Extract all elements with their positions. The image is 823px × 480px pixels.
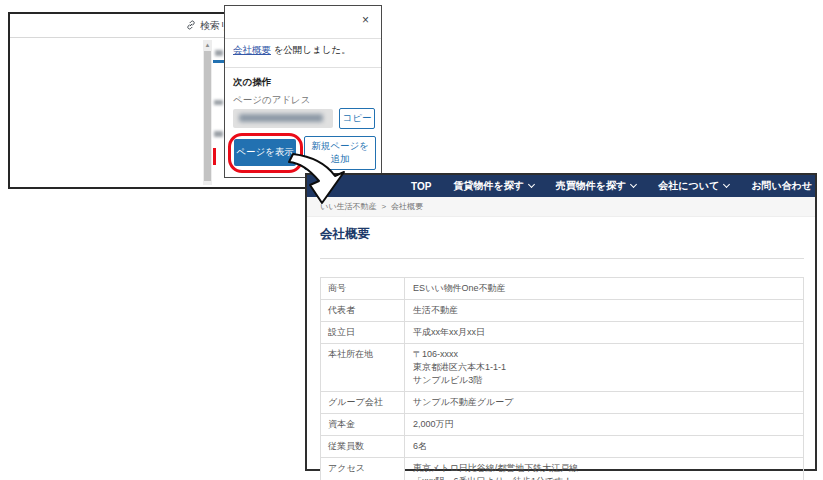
page-address-label: ページのアドレス [233, 94, 311, 107]
copy-button[interactable]: コピー [339, 108, 375, 129]
screenshot-root: 検索リ ▲ × 会社概要 を公開しました。 次の操作 ページのアドレス コピー … [0, 0, 823, 480]
table-row: アクセス東京メトロ日比谷線/都営地下鉄大江戸線 「xxx駅」6番出口より、徒歩1… [321, 458, 804, 480]
row-label: 代表者 [321, 300, 405, 322]
publish-notice-text: を公開しました。 [271, 44, 351, 55]
obscured-ui-fragment [214, 131, 223, 137]
blurred-url-text [239, 114, 323, 122]
divider [225, 67, 381, 68]
nav-item-4[interactable]: お問い合わせ [751, 179, 812, 193]
row-value: 〒106-xxxx 東京都港区六本木1-1-1 サンプルビル3階 [405, 344, 804, 392]
breadcrumb-separator: > [381, 202, 386, 211]
scrollbar[interactable]: ▲ [203, 40, 212, 185]
nav-item-label: TOP [411, 181, 431, 192]
publish-notice: 会社概要 を公開しました。 [233, 44, 351, 57]
nav-item-label: 売買物件を探す [556, 179, 626, 193]
breadcrumb-current: 会社概要 [391, 201, 423, 212]
divider [225, 38, 381, 39]
divider [320, 258, 804, 259]
obscured-red-highlight [213, 148, 216, 165]
nav-item-3[interactable]: 会社について [658, 179, 729, 193]
page-title: 会社概要 [320, 226, 370, 243]
table-row: 本社所在地〒106-xxxx 東京都港区六本木1-1-1 サンプルビル3階 [321, 344, 804, 392]
add-new-page-button[interactable]: 新規ページを追加 [304, 136, 376, 170]
up-arrow-icon[interactable]: ▲ [203, 40, 212, 50]
row-label: アクセス [321, 458, 405, 480]
row-value: 東京メトロ日比谷線/都営地下鉄大江戸線 「xxx駅」6番出口より、徒歩1分です！ [405, 458, 804, 480]
nav-item-2[interactable]: 売買物件を探す [556, 179, 636, 193]
next-steps-title: 次の操作 [233, 76, 271, 89]
site-preview-window: TOP賃貸物件を探す売買物件を探す会社についてお問い合わせ いい生活不動産 > … [305, 173, 817, 471]
table-row: 商号ESいい物件One不動産 [321, 278, 804, 300]
obscured-ui-fragment [214, 100, 223, 105]
row-value: 生活不動産 [405, 300, 804, 322]
obscured-tab-underline [213, 60, 224, 63]
nav-item-label: お問い合わせ [751, 179, 812, 193]
row-label: 本社所在地 [321, 344, 405, 392]
row-label: 資本金 [321, 414, 405, 436]
table-row: 従業員数6名 [321, 436, 804, 458]
nav-item-1[interactable]: 賃貸物件を探す [453, 179, 533, 193]
nav-item-0[interactable]: TOP [411, 181, 431, 192]
row-label: 商号 [321, 278, 405, 300]
chevron-down-icon [528, 181, 535, 188]
nav-item-label: 賃貸物件を探す [453, 179, 523, 193]
link-icon [186, 20, 196, 32]
row-label: 設立日 [321, 322, 405, 344]
view-page-button[interactable]: ページを表示 [234, 139, 296, 166]
table-row: グループ会社サンプル不動産グループ [321, 392, 804, 414]
row-label: グループ会社 [321, 392, 405, 414]
published-page-link[interactable]: 会社概要 [233, 44, 271, 55]
obscured-ui-fragment [215, 50, 223, 56]
breadcrumb-home-link[interactable]: いい生活不動産 [320, 201, 376, 212]
chevron-down-icon [630, 181, 637, 188]
row-value: 6名 [405, 436, 804, 458]
row-value: 平成xx年xx月xx日 [405, 322, 804, 344]
nav-item-label: 会社について [658, 179, 719, 193]
breadcrumb: いい生活不動産 > 会社概要 [307, 197, 815, 217]
close-icon[interactable]: × [362, 14, 369, 26]
row-value: 2,000万円 [405, 414, 804, 436]
scrollbar-thumb[interactable] [204, 51, 211, 181]
table-row: 設立日平成xx年xx月xx日 [321, 322, 804, 344]
page-url-field[interactable] [233, 109, 333, 128]
table-row: 代表者生活不動産 [321, 300, 804, 322]
publish-panel: × 会社概要 を公開しました。 次の操作 ページのアドレス コピー ページを表示… [224, 5, 382, 178]
row-value: サンプル不動産グループ [405, 392, 804, 414]
row-label: 従業員数 [321, 436, 405, 458]
company-info-table: 商号ESいい物件One不動産代表者生活不動産設立日平成xx年xx月xx日本社所在… [320, 277, 804, 480]
table-row: 資本金2,000万円 [321, 414, 804, 436]
row-value: ESいい物件One不動産 [405, 278, 804, 300]
chevron-down-icon [723, 181, 730, 188]
site-nav: TOP賃貸物件を探す売買物件を探す会社についてお問い合わせ [307, 175, 815, 197]
